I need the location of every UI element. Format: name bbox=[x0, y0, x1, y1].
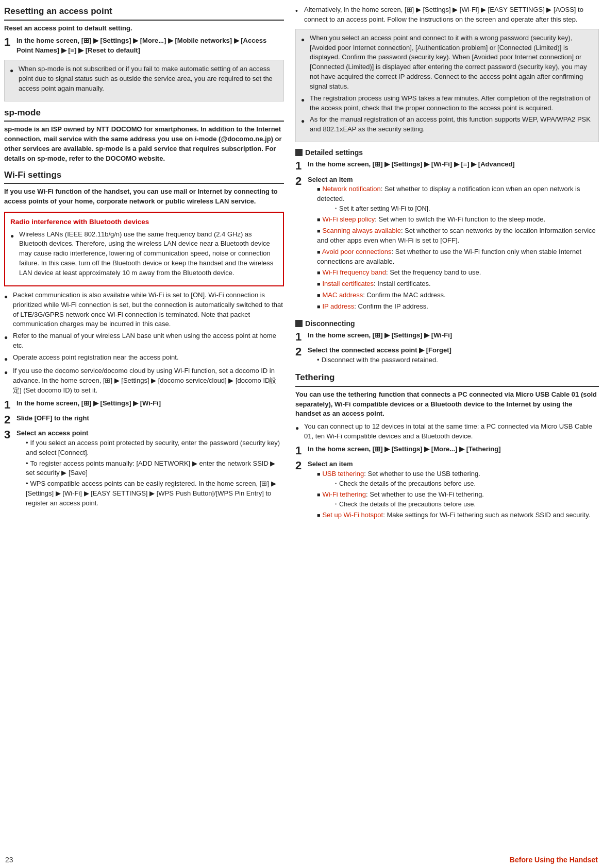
footer-text: Before Using the Handset bbox=[510, 855, 598, 865]
wifi-bullet-1-text: Refer to the manual of your wireless LAN… bbox=[13, 331, 284, 351]
bullet-icon bbox=[295, 421, 303, 433]
tethering-title: Tethering bbox=[295, 371, 599, 387]
step-num: 2 bbox=[4, 414, 13, 426]
step-num-1: 1 bbox=[4, 36, 13, 48]
resetting-title: Resetting an access point bbox=[4, 5, 284, 21]
tethering-step-1: 1 In the home screen, [⊞] ▶ [Settings] ▶… bbox=[295, 445, 599, 457]
square-bullet-icon bbox=[317, 215, 321, 223]
disconnecting-title: Disconnecting bbox=[305, 318, 355, 329]
item-label: Avoid poor connections bbox=[322, 248, 392, 256]
detailed-step-2-text: Select an item bbox=[308, 176, 353, 183]
square-bullet-icon bbox=[317, 227, 321, 234]
item-label: Wi-Fi frequency band bbox=[322, 268, 386, 276]
step-content: In the home screen, [⊞] ▶ [Settings] ▶ [… bbox=[308, 160, 599, 169]
disconnecting-header: Disconnecting bbox=[295, 318, 599, 329]
step-content: Select the connected access point ▶ [For… bbox=[308, 346, 599, 366]
resetting-note-text: When sp-mode is not subscribed or if you… bbox=[19, 64, 278, 94]
item-desc-text: : Make settings for Wi-Fi tethering such… bbox=[383, 511, 590, 519]
square-icon bbox=[295, 149, 303, 156]
bullet-icon bbox=[301, 114, 308, 126]
step-content: Select an item Network notification: Set… bbox=[308, 175, 599, 313]
right-gray-text-1: The registration process using WPS takes… bbox=[310, 94, 593, 113]
square-bullet-icon bbox=[317, 490, 321, 498]
item-sub-text: Check the details of the precautions bef… bbox=[332, 500, 599, 509]
detailed-step-2: 2 Select an item Network notification: S… bbox=[295, 175, 599, 313]
radio-interference-title: Radio interference with Bluetooth device… bbox=[10, 217, 278, 227]
item-label: Set up Wi-Fi hotspot bbox=[322, 511, 383, 519]
right-top-section: Alternatively, in the home screen, [⊞] ▶… bbox=[295, 5, 599, 142]
item-label: Wi-Fi tethering bbox=[322, 490, 366, 498]
item-desc-text: : Confirm the MAC address. bbox=[363, 291, 445, 299]
bullet-icon bbox=[4, 352, 11, 364]
square-bullet-icon bbox=[317, 248, 321, 256]
wifi-step-3-sub-2: WPS compatible access points can be easi… bbox=[26, 479, 284, 508]
square-bullet-icon bbox=[317, 185, 321, 193]
right-gray-item-0: When you select an access point and conn… bbox=[301, 33, 593, 92]
item-desc-text: : Set the frequency band to use. bbox=[386, 268, 481, 276]
wifi-step-1: 1 In the home screen, [⊞] ▶ [Settings] ▶… bbox=[4, 399, 284, 411]
step-content: Select an access point If you select an … bbox=[16, 429, 284, 509]
section-tethering: Tethering You can use the tethering func… bbox=[295, 371, 599, 522]
disconnecting-step-2-text: Select the connected access point ▶ [For… bbox=[308, 346, 451, 354]
item-ip-address: IP address: Confirm the IP address. bbox=[317, 302, 599, 312]
tethering-bullet-0: You can connect up to 12 devices in tota… bbox=[295, 422, 599, 441]
wifi-bullet-1: Refer to the manual of your wireless LAN… bbox=[4, 331, 284, 351]
item-wifi-freq: Wi-Fi frequency band: Set the frequency … bbox=[317, 268, 599, 278]
radio-interference-item: Wireless LANs (IEEE 802.11b/g/n) use the… bbox=[10, 230, 278, 278]
bullet-icon bbox=[4, 366, 11, 378]
section-spmode: sp-mode sp-mode is an ISP owned by NTT D… bbox=[4, 107, 284, 164]
bullet-icon bbox=[4, 331, 11, 343]
spmode-intro: sp-mode is an ISP owned by NTT DOCOMO fo… bbox=[4, 125, 284, 163]
item-install-certs: Install certificates: Install certificat… bbox=[317, 279, 599, 289]
square-bullet-icon bbox=[317, 268, 321, 276]
step-num: 1 bbox=[295, 331, 305, 343]
item-network-notification: Network notification: Set whether to dis… bbox=[317, 184, 599, 213]
item-desc-text: : Set whether to use the USB tethering. bbox=[364, 470, 480, 478]
step-content-1: In the home screen, [⊞] ▶ [Settings] ▶ [… bbox=[16, 36, 284, 56]
item-wifi-hotspot: Set up Wi-Fi hotspot: Make settings for … bbox=[317, 510, 599, 520]
tethering-step-1-text: In the home screen, [⊞] ▶ [Settings] ▶ [… bbox=[308, 445, 500, 453]
disconnecting-step-2: 2 Select the connected access point ▶ [F… bbox=[295, 346, 599, 366]
bullet-icon bbox=[301, 93, 308, 105]
detailed-title: Detailed settings bbox=[305, 147, 363, 158]
step-1-text: In the home screen, [⊞] ▶ [Settings] ▶ [… bbox=[16, 37, 266, 54]
wifi-step-3-sub-1: To register access points manually: [ADD… bbox=[26, 459, 284, 479]
item-label: Install certificates bbox=[322, 280, 374, 287]
bullet-icon bbox=[10, 64, 17, 76]
wifi-title: Wi-Fi settings bbox=[4, 169, 284, 184]
item-label: Scanning always available bbox=[322, 227, 400, 234]
detailed-step-1: 1 In the home screen, [⊞] ▶ [Settings] ▶… bbox=[295, 160, 599, 172]
square-bullet-icon bbox=[317, 470, 321, 478]
wifi-bullet-list: Packet communication is also available w… bbox=[4, 291, 284, 396]
item-sub-text: Check the details of the precautions bef… bbox=[332, 479, 599, 488]
page-wrapper: Resetting an access point Reset an acces… bbox=[0, 0, 603, 868]
step-num: 3 bbox=[4, 429, 13, 441]
section-resetting: Resetting an access point Reset an acces… bbox=[4, 5, 284, 101]
tethering-bullets: You can connect up to 12 devices in tota… bbox=[295, 422, 599, 441]
right-top-bullet-0: Alternatively, in the home screen, [⊞] ▶… bbox=[295, 5, 599, 25]
wifi-step-2-text: Slide [OFF] to the right bbox=[16, 414, 89, 422]
step-content: In the home screen, [⊞] ▶ [Settings] ▶ [… bbox=[16, 399, 284, 409]
item-wifi-sleep: Wi-Fi sleep policy: Set when to switch t… bbox=[317, 215, 599, 225]
square-bullet-icon bbox=[317, 302, 321, 310]
wifi-bullet-2: Operate access point registration near t… bbox=[4, 353, 284, 364]
wifi-intro: If you use Wi-Fi function of the handset… bbox=[4, 187, 284, 207]
wifi-bullet-2-text: Operate access point registration near t… bbox=[13, 353, 179, 363]
square-bullet-icon bbox=[317, 511, 321, 519]
radio-interference-list: Wireless LANs (IEEE 802.11b/g/n) use the… bbox=[10, 230, 278, 278]
right-column: Alternatively, in the home screen, [⊞] ▶… bbox=[292, 5, 599, 850]
right-top-bullets: Alternatively, in the home screen, [⊞] ▶… bbox=[295, 5, 599, 25]
wifi-step-3: 3 Select an access point If you select a… bbox=[4, 429, 284, 509]
wifi-bullet-3-text: If you use the docomo service/docomo clo… bbox=[13, 366, 284, 396]
right-gray-item-2: As for the manual registration of an acc… bbox=[301, 115, 593, 134]
resetting-note-list: When sp-mode is not subscribed or if you… bbox=[10, 64, 278, 94]
item-label: Wi-Fi sleep policy bbox=[322, 215, 375, 223]
item-desc-text: : Confirm the IP address. bbox=[354, 302, 428, 310]
bullet-icon bbox=[4, 290, 11, 302]
step-content: In the home screen, [⊞] ▶ [Settings] ▶ [… bbox=[308, 445, 599, 454]
right-gray-text-0: When you select an access point and conn… bbox=[310, 33, 593, 92]
right-gray-box: When you select an access point and conn… bbox=[295, 29, 599, 142]
tethering-step-2-text: Select an item bbox=[308, 460, 353, 468]
square-bullet-icon bbox=[317, 280, 321, 287]
section-detailed: Detailed settings 1 In the home screen, … bbox=[295, 147, 599, 313]
